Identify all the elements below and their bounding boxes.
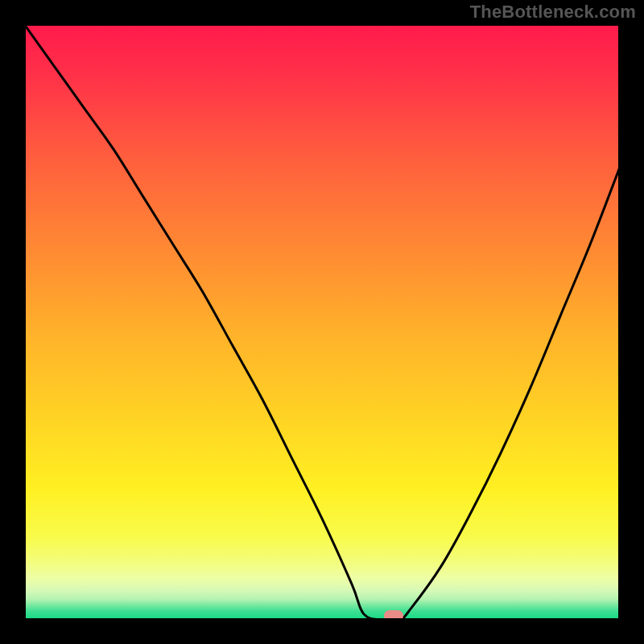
plot-area — [24, 24, 620, 620]
chart-container: TheBottleneck.com — [0, 0, 644, 644]
bottleneck-curve — [24, 24, 620, 620]
attribution-label: TheBottleneck.com — [470, 2, 636, 23]
optimum-marker — [384, 610, 403, 620]
